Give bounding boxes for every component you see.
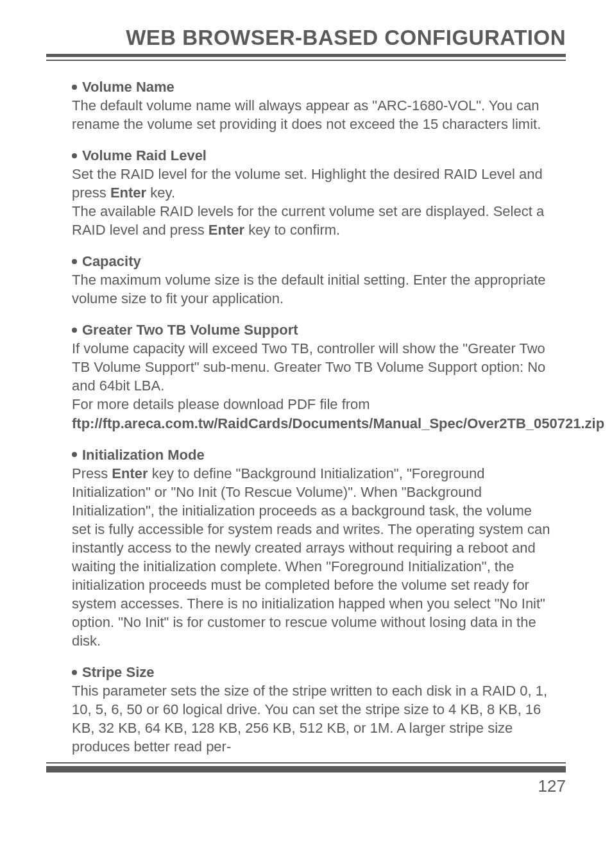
body-volume-raid-level: Set the RAID level for the volume set. H… (72, 165, 554, 202)
body-greater-two-tb: If volume capacity will exceed Two TB, c… (72, 339, 554, 395)
heading-text: Capacity (82, 253, 141, 269)
bullet-icon (72, 85, 77, 90)
enter-key-label: Enter (208, 222, 244, 238)
bullet-icon (72, 452, 77, 457)
bullet-icon (72, 153, 77, 158)
heading-init-mode: Initialization Mode (72, 446, 554, 464)
section-volume-name: Volume Name The default volume name will… (72, 78, 554, 133)
body-volume-raid-level-2: The available RAID levels for the curren… (72, 202, 554, 239)
body-init-mode: Press Enter key to define "Background In… (72, 464, 554, 650)
text-fragment: Press (72, 465, 112, 481)
enter-key-label: Enter (112, 465, 148, 481)
bullet-icon (72, 259, 77, 264)
heading-text: Initialization Mode (82, 447, 205, 463)
text-fragment: For more details please download PDF fil… (72, 396, 370, 412)
heading-greater-two-tb: Greater Two TB Volume Support (72, 321, 554, 339)
section-init-mode: Initialization Mode Press Enter key to d… (72, 446, 554, 650)
bullet-icon (72, 328, 77, 333)
heading-volume-name: Volume Name (72, 78, 554, 96)
text-fragment: key to define "Background Initialization… (72, 465, 550, 649)
content-area: Volume Name The default volume name will… (46, 78, 566, 756)
section-capacity: Capacity The maximum volume size is the … (72, 252, 554, 308)
heading-capacity: Capacity (72, 252, 554, 271)
body-greater-two-tb-link: For more details please download PDF fil… (72, 395, 554, 432)
heading-text: Volume Name (82, 79, 174, 95)
footer-rule (46, 762, 566, 764)
bullet-icon (72, 670, 77, 675)
section-greater-two-tb: Greater Two TB Volume Support If volume … (72, 321, 554, 432)
enter-key-label: Enter (110, 185, 146, 201)
heading-text: Stripe Size (82, 664, 154, 680)
section-stripe-size: Stripe Size This parameter sets the size… (72, 663, 554, 756)
page-container: WEB BROWSER-BASED CONFIGURATION Volume N… (0, 0, 612, 756)
heading-stripe-size: Stripe Size (72, 663, 554, 681)
text-fragment: key. (146, 185, 175, 201)
section-volume-raid-level: Volume Raid Level Set the RAID level for… (72, 146, 554, 239)
body-capacity: The maximum volume size is the default i… (72, 271, 554, 308)
page-number: 127 (0, 772, 612, 796)
text-fragment: key to confirm. (244, 222, 340, 238)
download-link: ftp://ftp.areca.com.tw/RaidCards/Documen… (72, 415, 604, 431)
body-volume-name: The default volume name will always appe… (72, 96, 554, 133)
page-header: WEB BROWSER-BASED CONFIGURATION (46, 26, 566, 57)
heading-volume-raid-level: Volume Raid Level (72, 146, 554, 165)
header-underline (46, 60, 566, 61)
heading-text: Greater Two TB Volume Support (82, 322, 298, 338)
body-stripe-size: This parameter sets the size of the stri… (72, 681, 554, 756)
footer-bar (46, 766, 566, 772)
heading-text: Volume Raid Level (82, 147, 207, 163)
